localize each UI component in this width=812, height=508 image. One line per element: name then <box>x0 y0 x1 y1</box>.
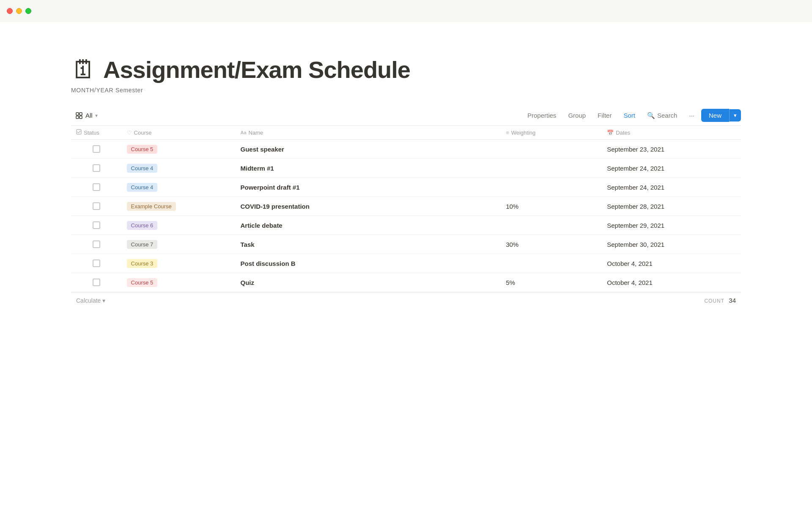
date-cell: September 23, 2021 <box>602 140 741 159</box>
row-checkbox[interactable] <box>93 202 100 210</box>
name-cell: Guest speaker <box>236 140 501 159</box>
calculate-button[interactable]: Calculate ▾ <box>76 297 105 304</box>
data-table: Status ♡ Course Aa Name <box>71 126 741 309</box>
course-badge: Course 6 <box>127 221 158 230</box>
list-icon: ≡ <box>506 130 509 136</box>
course-badge: Course 4 <box>127 183 158 192</box>
course-badge: Course 4 <box>127 164 158 173</box>
weighting-cell: 5% <box>501 273 602 292</box>
sort-button[interactable]: Sort <box>618 110 640 121</box>
dates-column-label: Dates <box>616 130 630 136</box>
course-cell: Course 6 <box>122 216 236 235</box>
name-cell: Task <box>236 235 501 254</box>
page-title: Assignment/Exam Schedule <box>103 56 410 83</box>
properties-label: Properties <box>527 112 556 119</box>
more-options-button[interactable]: ··· <box>684 110 700 121</box>
weighting-value: 10% <box>506 203 518 210</box>
course-badge: Course 5 <box>127 145 158 154</box>
name-cell: Powerpoint draft #1 <box>236 178 501 197</box>
name-cell: Midterm #1 <box>236 159 501 178</box>
row-checkbox[interactable] <box>93 279 100 286</box>
sort-label: Sort <box>623 112 635 119</box>
name-cell: Post discussion B <box>236 254 501 273</box>
status-cell <box>71 140 122 159</box>
item-name[interactable]: Task <box>241 241 255 248</box>
weighting-cell <box>501 159 602 178</box>
page-subtitle: MONTH/YEAR Semester <box>71 87 741 94</box>
column-header-dates: 📅 Dates <box>602 126 741 140</box>
status-cell <box>71 178 122 197</box>
course-badge: Course 3 <box>127 259 158 268</box>
row-checkbox[interactable] <box>93 164 100 172</box>
course-cell: Example Course <box>122 197 236 216</box>
maximize-button[interactable] <box>25 8 31 14</box>
course-cell: Course 3 <box>122 254 236 273</box>
course-cell: Course 4 <box>122 178 236 197</box>
status-cell <box>71 216 122 235</box>
item-name[interactable]: COVID-19 presentation <box>241 203 310 210</box>
name-column-label: Name <box>249 130 263 136</box>
toolbar-right: Properties Group Filter Sort 🔍 Search ··… <box>522 109 741 122</box>
weighting-cell <box>501 216 602 235</box>
group-label: Group <box>568 112 586 119</box>
date-value: September 30, 2021 <box>607 241 664 248</box>
svg-rect-1 <box>80 113 82 115</box>
row-checkbox[interactable] <box>93 145 100 153</box>
new-button-group: New ▾ <box>701 109 741 122</box>
table-row: Course 3 Post discussion B October 4, 20… <box>71 254 741 273</box>
item-name[interactable]: Guest speaker <box>241 146 284 153</box>
item-name[interactable]: Post discussion B <box>241 260 296 267</box>
item-name[interactable]: Powerpoint draft #1 <box>241 184 300 191</box>
filter-button[interactable]: Filter <box>593 110 617 121</box>
group-button[interactable]: Group <box>563 110 591 121</box>
search-button[interactable]: 🔍 Search <box>642 110 683 121</box>
date-cell: September 29, 2021 <box>602 216 741 235</box>
row-checkbox[interactable] <box>93 260 100 267</box>
row-checkbox[interactable] <box>93 183 100 191</box>
row-checkbox[interactable] <box>93 240 100 248</box>
properties-button[interactable]: Properties <box>522 110 561 121</box>
course-cell: Course 5 <box>122 140 236 159</box>
table-row: Example Course COVID-19 presentation 10%… <box>71 197 741 216</box>
weighting-column-label: Weighting <box>511 130 536 136</box>
weighting-cell: 10% <box>501 197 602 216</box>
svg-rect-0 <box>76 113 79 115</box>
date-value: September 23, 2021 <box>607 146 664 153</box>
page-header: 🗓 Assignment/Exam Schedule <box>71 56 741 83</box>
date-value: September 29, 2021 <box>607 222 664 229</box>
date-cell: September 30, 2021 <box>602 235 741 254</box>
search-label: Search <box>657 112 678 119</box>
status-cell <box>71 235 122 254</box>
date-cell: September 24, 2021 <box>602 178 741 197</box>
table-row: Course 6 Article debate September 29, 20… <box>71 216 741 235</box>
row-checkbox[interactable] <box>93 221 100 229</box>
date-cell: October 4, 2021 <box>602 273 741 292</box>
title-bar <box>0 0 812 22</box>
course-badge: Course 5 <box>127 278 158 287</box>
new-button[interactable]: New <box>701 109 729 122</box>
weighting-value: 30% <box>506 241 518 248</box>
table-footer: Calculate ▾ COUNT 34 <box>71 292 741 309</box>
item-name[interactable]: Quiz <box>241 279 255 286</box>
table-header-row: Status ♡ Course Aa Name <box>71 126 741 140</box>
column-header-weighting: ≡ Weighting <box>501 126 602 140</box>
column-header-course: ♡ Course <box>122 126 236 140</box>
view-label: All <box>85 112 93 119</box>
item-name[interactable]: Article debate <box>241 222 283 229</box>
weighting-cell <box>501 140 602 159</box>
new-button-dropdown[interactable]: ▾ <box>729 109 741 121</box>
status-cell <box>71 273 122 292</box>
view-toggle-button[interactable]: All ▾ <box>71 110 102 121</box>
table-row: Course 4 Midterm #1 September 24, 2021 <box>71 159 741 178</box>
close-button[interactable] <box>7 8 13 14</box>
table-row: Course 5 Quiz 5% October 4, 2021 <box>71 273 741 292</box>
weighting-cell <box>501 254 602 273</box>
count-display: COUNT 34 <box>704 297 736 304</box>
filter-label: Filter <box>598 112 612 119</box>
item-name[interactable]: Midterm #1 <box>241 165 274 172</box>
minimize-button[interactable] <box>16 8 22 14</box>
weighting-cell: 30% <box>501 235 602 254</box>
course-badge: Example Course <box>127 202 176 211</box>
date-cell: September 28, 2021 <box>602 197 741 216</box>
status-cell <box>71 159 122 178</box>
